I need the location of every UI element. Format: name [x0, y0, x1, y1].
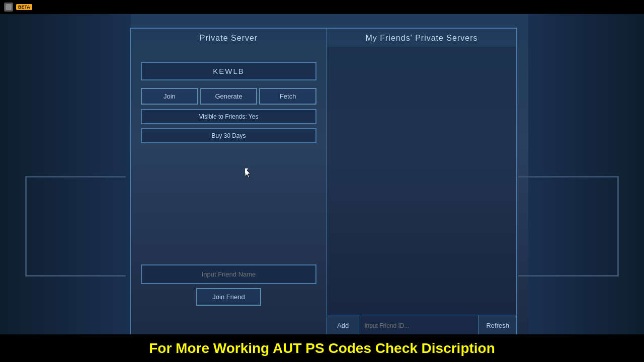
server-name-input[interactable]: [141, 62, 316, 80]
fetch-button[interactable]: Fetch: [259, 88, 316, 105]
friends-servers-title: My Friends' Private Servers: [327, 29, 516, 47]
join-button[interactable]: Join: [141, 88, 198, 105]
top-bar: BETA: [0, 0, 644, 14]
right-panel: My Friends' Private Servers Add Refresh: [327, 29, 516, 336]
left-panel-bottom: Join Friend: [131, 264, 327, 306]
private-server-title: Private Server: [131, 29, 327, 47]
friends-servers-list: [327, 47, 516, 315]
buy-days-button[interactable]: Buy 30 Days: [141, 128, 316, 143]
add-button[interactable]: Add: [327, 315, 359, 336]
right-railing: [518, 176, 619, 277]
join-friend-button[interactable]: Join Friend: [196, 288, 261, 306]
bottom-banner-bar: For More Working AUT PS Codes Check Disc…: [0, 334, 644, 362]
right-panel-controls: Add Refresh: [327, 315, 516, 336]
action-buttons-row: Join Generate Fetch: [141, 88, 316, 105]
refresh-button[interactable]: Refresh: [478, 315, 516, 336]
generate-button[interactable]: Generate: [200, 88, 258, 105]
left-railing: [25, 176, 126, 277]
modal-container: Private Server Join Generate Fetch Visib…: [130, 28, 517, 337]
beta-badge: BETA: [16, 4, 32, 10]
bottom-banner-text: For More Working AUT PS Codes Check Disc…: [149, 340, 495, 356]
visible-friends-button[interactable]: Visible to Friends: Yes: [141, 109, 316, 124]
left-panel: Private Server Join Generate Fetch Visib…: [131, 29, 327, 336]
friend-name-input[interactable]: [141, 264, 316, 284]
friend-id-input[interactable]: [359, 315, 478, 336]
svg-rect-0: [6, 4, 12, 10]
app-logo: [4, 3, 13, 12]
